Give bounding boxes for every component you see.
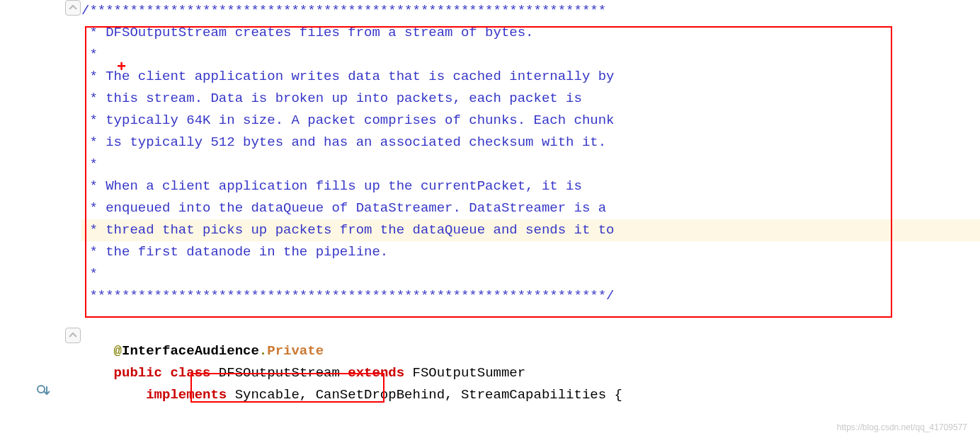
interfaces-list: Syncable, CanSetDropBehind, StreamCapabi…: [235, 387, 622, 403]
comment-line: * is typically 512 bytes and has an asso…: [81, 134, 606, 150]
fold-toggle-mid[interactable]: [65, 328, 81, 343]
code-editor[interactable]: /***************************************…: [81, 0, 980, 438]
comment-line: ****************************************…: [81, 288, 615, 304]
comment-line: *: [81, 266, 98, 282]
comment-line: * DFSOutputStream creates files from a s…: [81, 25, 534, 40]
indent: [114, 387, 147, 403]
override-gutter-icon[interactable]: [35, 382, 52, 399]
comment-line: *: [81, 156, 98, 172]
comment-line: * thread that picks up packets from the …: [81, 222, 615, 238]
comment-line: * typically 64K in size. A packet compri…: [81, 113, 615, 128]
comment-line: * enqueued into the dataQueue of DataStr…: [81, 200, 606, 216]
comment-line: *: [81, 47, 98, 62]
comment-line: * The client application writes data tha…: [81, 69, 615, 84]
watermark-text: https://blog.csdn.net/qq_41709577: [837, 422, 967, 432]
keyword-implements: implements: [146, 387, 234, 403]
editor-gutter: [0, 0, 81, 438]
comment-line: * the first datanode in the pipeline.: [81, 244, 388, 260]
comment-line: /***************************************…: [81, 3, 606, 18]
comment-line: * When a client application fills up the…: [81, 178, 582, 194]
fold-toggle-top[interactable]: [65, 0, 81, 16]
comment-line: * this stream. Data is broken up into pa…: [81, 91, 582, 106]
